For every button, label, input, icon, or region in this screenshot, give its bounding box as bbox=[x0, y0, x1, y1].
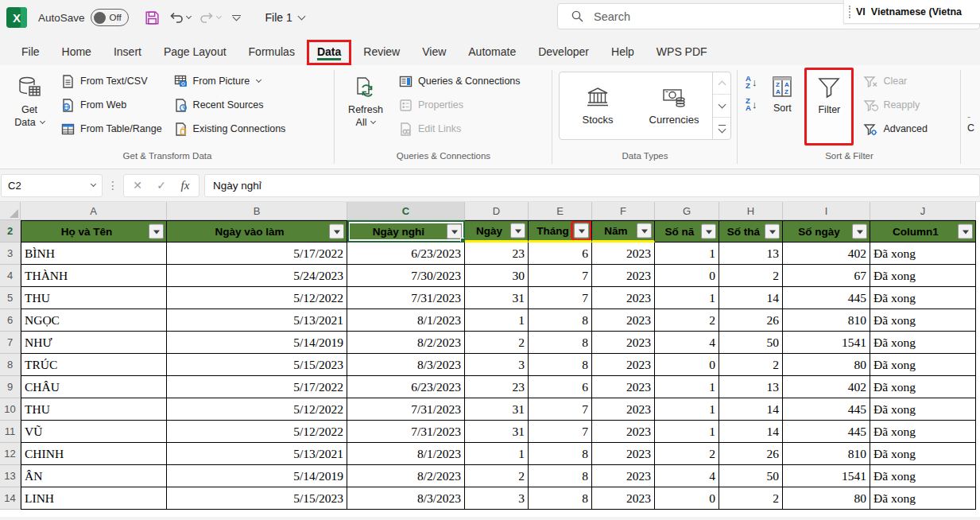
name-box-dropdown-icon[interactable] bbox=[91, 181, 96, 187]
formula-bar-splitter[interactable]: ⋮ bbox=[103, 179, 123, 192]
cell-c4[interactable]: 7/30/2023 bbox=[347, 265, 465, 287]
redo-button[interactable] bbox=[196, 6, 223, 29]
cell-h8[interactable]: 2 bbox=[719, 354, 783, 376]
cell-h4[interactable]: 2 bbox=[719, 265, 783, 287]
language-indicator[interactable]: VI Vietnamese (Vietna bbox=[843, 0, 980, 24]
tab-page-layout[interactable]: Page Layout bbox=[153, 40, 237, 65]
cell-h5[interactable]: 14 bbox=[719, 287, 783, 309]
filter-dropdown-h[interactable] bbox=[765, 224, 780, 239]
cell-j4[interactable]: Đã xong bbox=[870, 265, 976, 287]
column-header-b[interactable]: B bbox=[167, 202, 347, 220]
cell-d9[interactable]: 23 bbox=[465, 376, 529, 398]
autosave-toggle[interactable]: Off bbox=[91, 9, 129, 26]
cell-h7[interactable]: 50 bbox=[719, 332, 783, 354]
cell-c9[interactable]: 6/23/2023 bbox=[347, 376, 465, 398]
filter-dropdown-a[interactable] bbox=[149, 224, 164, 239]
tab-automate[interactable]: Automate bbox=[458, 40, 526, 65]
stocks-button[interactable]: Stocks bbox=[560, 72, 636, 139]
cell-j7[interactable]: Đã xong bbox=[870, 332, 976, 354]
column-header-i[interactable]: I bbox=[783, 202, 870, 220]
queries-connections-button[interactable]: Queries & Connections bbox=[393, 70, 525, 92]
cell-f4[interactable]: 2023 bbox=[592, 265, 655, 287]
cell-b13[interactable]: 5/14/2019 bbox=[167, 465, 347, 487]
cell-j13[interactable]: Đã xong bbox=[870, 465, 976, 487]
cell-i11[interactable]: 445 bbox=[783, 421, 870, 443]
from-text-csv-button[interactable]: From Text/CSV bbox=[56, 70, 167, 92]
cell-e10[interactable]: 7 bbox=[529, 398, 592, 421]
cell-i14[interactable]: 80 bbox=[783, 487, 870, 510]
cell-c5[interactable]: 7/31/2023 bbox=[347, 287, 465, 309]
header-cell-j2[interactable]: Column1 bbox=[870, 220, 976, 243]
row-header-6[interactable]: 6 bbox=[0, 309, 21, 332]
cell-j9[interactable]: Đã xong bbox=[870, 376, 976, 398]
cell-j5[interactable]: Đã xong bbox=[870, 287, 976, 309]
cell-a7[interactable]: NHƯ bbox=[21, 332, 167, 354]
row-header-11[interactable]: 11 bbox=[0, 421, 21, 443]
cell-b5[interactable]: 5/12/2022 bbox=[167, 287, 347, 309]
cell-i12[interactable]: 810 bbox=[783, 443, 870, 465]
cell-i10[interactable]: 445 bbox=[783, 398, 870, 421]
filter-dropdown-b[interactable] bbox=[329, 224, 344, 239]
cell-f8[interactable]: 2023 bbox=[592, 354, 655, 376]
cell-c10[interactable]: 7/31/2023 bbox=[347, 398, 465, 421]
cell-b8[interactable]: 5/15/2023 bbox=[167, 354, 347, 376]
cell-i9[interactable]: 402 bbox=[783, 376, 870, 398]
filter-dropdown-f[interactable] bbox=[637, 223, 652, 239]
enter-button[interactable]: ✓ bbox=[151, 179, 172, 192]
cell-g7[interactable]: 4 bbox=[655, 332, 719, 354]
row-header-5[interactable]: 5 bbox=[0, 287, 21, 309]
cell-d4[interactable]: 30 bbox=[465, 265, 529, 287]
filter-dropdown-i[interactable] bbox=[852, 224, 867, 239]
cell-h13[interactable]: 50 bbox=[719, 465, 783, 487]
get-data-button[interactable]: Get Data bbox=[5, 70, 54, 133]
column-header-g[interactable]: G bbox=[655, 202, 719, 220]
header-cell-c2[interactable]: Ngày nghỉ bbox=[347, 220, 465, 243]
cell-c11[interactable]: 7/31/2023 bbox=[347, 421, 465, 443]
cell-i7[interactable]: 1541 bbox=[783, 332, 870, 354]
column-header-a[interactable]: A bbox=[21, 202, 167, 220]
cell-j11[interactable]: Đã xong bbox=[870, 421, 976, 443]
recent-sources-button[interactable]: Recent Sources bbox=[168, 94, 291, 116]
cell-a3[interactable]: BÌNH bbox=[21, 243, 167, 265]
name-box[interactable]: C2 bbox=[1, 174, 103, 197]
cell-a12[interactable]: CHINH bbox=[21, 443, 167, 465]
header-cell-d2[interactable]: Ngày bbox=[465, 220, 529, 243]
cell-g14[interactable]: 0 bbox=[655, 487, 719, 510]
header-cell-i2[interactable]: Số ngày bbox=[783, 220, 870, 243]
cell-c14[interactable]: 8/3/2023 bbox=[347, 487, 465, 510]
from-table-range-button[interactable]: From Table/Range bbox=[56, 118, 167, 140]
tab-developer[interactable]: Developer bbox=[528, 40, 599, 65]
cell-i8[interactable]: 80 bbox=[783, 354, 870, 376]
cell-b9[interactable]: 5/17/2022 bbox=[167, 376, 347, 398]
cell-b4[interactable]: 5/24/2023 bbox=[167, 265, 347, 287]
cell-c13[interactable]: 8/2/2023 bbox=[347, 465, 465, 487]
cell-e13[interactable]: 8 bbox=[529, 465, 592, 487]
cell-f11[interactable]: 2023 bbox=[592, 421, 655, 443]
cell-h9[interactable]: 13 bbox=[719, 376, 783, 398]
cell-f7[interactable]: 2023 bbox=[592, 332, 655, 354]
tab-formulas[interactable]: Formulas bbox=[238, 40, 305, 65]
from-picture-button[interactable]: From Picture bbox=[168, 70, 291, 92]
header-cell-f2[interactable]: Năm bbox=[592, 220, 655, 243]
cell-c3[interactable]: 6/23/2023 bbox=[347, 243, 465, 265]
customize-qat-button[interactable] bbox=[227, 12, 246, 24]
cell-d11[interactable]: 31 bbox=[465, 421, 529, 443]
cell-a6[interactable]: NGỌC bbox=[21, 309, 167, 332]
cell-d6[interactable]: 1 bbox=[465, 309, 529, 332]
cell-c7[interactable]: 8/2/2023 bbox=[347, 332, 465, 354]
tab-review[interactable]: Review bbox=[353, 40, 410, 65]
column-header-h[interactable]: H bbox=[719, 202, 783, 220]
column-header-c[interactable]: C bbox=[347, 202, 465, 220]
cell-c8[interactable]: 8/3/2023 bbox=[347, 354, 465, 376]
cell-h3[interactable]: 13 bbox=[719, 243, 783, 265]
cell-h12[interactable]: 26 bbox=[719, 443, 783, 465]
cell-g13[interactable]: 4 bbox=[655, 465, 719, 487]
cell-b6[interactable]: 5/13/2021 bbox=[167, 309, 347, 332]
cell-j3[interactable]: Đã xong bbox=[870, 243, 976, 265]
cell-a9[interactable]: CHÂU bbox=[21, 376, 167, 398]
row-header-2[interactable]: 2 bbox=[0, 220, 21, 243]
tab-file[interactable]: File bbox=[11, 40, 50, 65]
cell-g8[interactable]: 0 bbox=[655, 354, 719, 376]
cell-a5[interactable]: THU bbox=[21, 287, 167, 309]
filter-dropdown-j[interactable] bbox=[958, 224, 973, 239]
